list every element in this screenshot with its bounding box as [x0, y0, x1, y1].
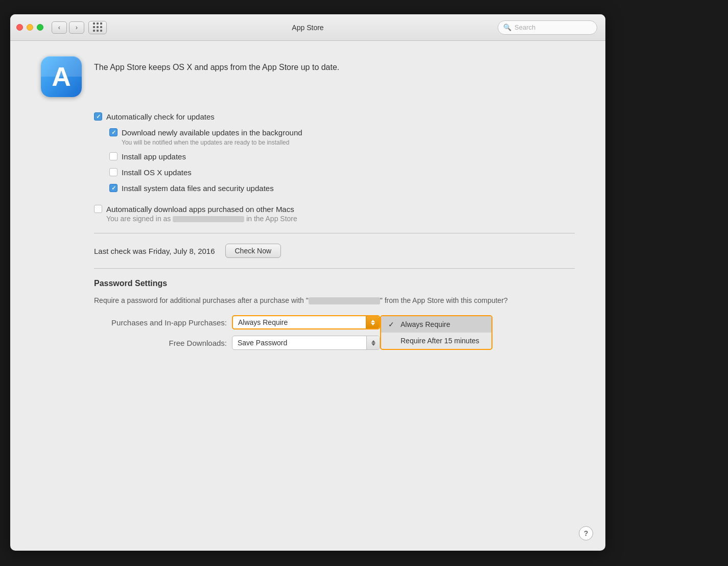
auto-check-label: Automatically check for updates [106, 111, 215, 122]
purchases-label: Purchases and In-app Purchases: [94, 318, 227, 327]
auto-check-item: Automatically check for updates [94, 111, 575, 122]
password-section: Password Settings Require a password for… [94, 279, 575, 350]
titlebar: ‹ › App Store 🔍 Search [10, 14, 605, 41]
download-updates-checkbox[interactable] [109, 128, 118, 136]
purchases-value: Always Require [238, 318, 288, 326]
divider-2 [94, 268, 575, 269]
free-downloads-select-container: Save Password [232, 336, 380, 350]
help-button[interactable]: ? [579, 526, 593, 540]
nav-buttons: ‹ › [52, 21, 84, 34]
signed-in-prefix: You are signed in as [106, 215, 171, 223]
auto-download-label: Automatically download apps purchased on… [106, 204, 297, 215]
password-section-title: Password Settings [94, 279, 575, 288]
grid-icon [93, 22, 103, 32]
download-updates-sublabel: You will be notified when the updates ar… [122, 139, 302, 146]
password-description: Require a password for additional purcha… [94, 295, 575, 306]
install-app-label: Install app updates [122, 151, 186, 162]
redacted-account [309, 297, 380, 304]
install-system-checkbox[interactable] [109, 184, 118, 192]
close-button[interactable] [16, 24, 23, 31]
install-osx-item: Install OS X updates [109, 167, 575, 178]
dropdown-item-always-label: Always Require [401, 320, 450, 328]
search-box[interactable]: 🔍 Search [498, 20, 597, 35]
app-window: ‹ › App Store 🔍 Search A The App Store k… [10, 14, 605, 551]
purchases-select[interactable]: Always Require [232, 315, 380, 329]
free-downloads-label: Free Downloads: [94, 339, 227, 347]
free-downloads-select-arrows [366, 336, 380, 349]
install-system-item: Install system data files and security u… [109, 183, 575, 194]
dropdown-item-15min[interactable]: Require After 15 minutes [381, 333, 491, 349]
arrow-down-icon [371, 323, 375, 325]
auto-download-label-group: Automatically download apps purchased on… [106, 204, 297, 223]
auto-download-checkbox[interactable] [94, 205, 102, 213]
search-icon: 🔍 [503, 23, 511, 31]
redacted-email [173, 216, 244, 222]
install-osx-label: Install OS X updates [122, 167, 192, 178]
window-title: App Store [292, 23, 323, 32]
auto-check-checkbox[interactable] [94, 112, 102, 121]
download-updates-label: Download newly available updates in the … [122, 127, 302, 138]
checkmark-icon: ✓ [388, 320, 396, 328]
password-desc-prefix: Require a password for additional purcha… [94, 296, 309, 304]
minimize-button[interactable] [27, 24, 33, 31]
app-icon-letter: A [52, 61, 71, 92]
settings-section: Automatically check for updates Download… [94, 111, 575, 350]
traffic-lights [16, 24, 43, 31]
last-check-text: Last check was Friday, July 8, 2016 [94, 247, 215, 255]
last-check-row: Last check was Friday, July 8, 2016 Chec… [94, 244, 575, 258]
purchases-select-container: Always Require ✓ Always Require [232, 315, 380, 329]
dropdown-item-15min-label: Require After 15 minutes [401, 337, 479, 345]
install-app-item: Install app updates [109, 151, 575, 162]
install-system-label: Install system data files and security u… [122, 183, 274, 194]
header-section: A The App Store keeps OS X and apps from… [41, 56, 575, 97]
search-placeholder: Search [514, 23, 535, 31]
signed-in-suffix: in the App Store [246, 215, 297, 223]
purchases-dropdown-menu: ✓ Always Require Require After 15 minute… [380, 315, 492, 350]
password-desc-suffix: " from the App Store with this computer? [380, 296, 508, 304]
arrow-down-icon-2 [371, 343, 375, 346]
divider-1 [94, 233, 575, 233]
maximize-button[interactable] [37, 24, 43, 31]
signed-in-text: You are signed in as in the App Store [106, 215, 297, 223]
header-description: The App Store keeps OS X and apps from t… [94, 56, 339, 74]
grid-view-button[interactable] [88, 21, 107, 34]
app-icon: A [41, 56, 82, 97]
auto-check-group: Automatically check for updates Download… [94, 111, 575, 194]
arrow-up-icon-2 [371, 340, 375, 343]
download-updates-item: Download newly available updates in the … [109, 127, 575, 146]
auto-download-item: Automatically download apps purchased on… [94, 204, 575, 223]
free-downloads-select[interactable]: Save Password [232, 336, 380, 350]
arrow-up-icon [371, 320, 375, 322]
purchases-select-arrows [366, 316, 379, 328]
download-updates-label-group: Download newly available updates in the … [122, 127, 302, 146]
back-button[interactable]: ‹ [52, 21, 67, 34]
install-app-checkbox[interactable] [109, 152, 118, 160]
purchases-row: Purchases and In-app Purchases: Always R… [94, 315, 575, 329]
check-now-button[interactable]: Check Now [225, 244, 281, 258]
dropdown-item-always[interactable]: ✓ Always Require [381, 316, 491, 333]
free-downloads-value: Save Password [238, 339, 287, 347]
free-downloads-row: Free Downloads: Save Password [94, 336, 575, 350]
install-osx-checkbox[interactable] [109, 168, 118, 176]
main-content: A The App Store keeps OS X and apps from… [10, 41, 605, 551]
forward-button[interactable]: › [69, 21, 84, 34]
